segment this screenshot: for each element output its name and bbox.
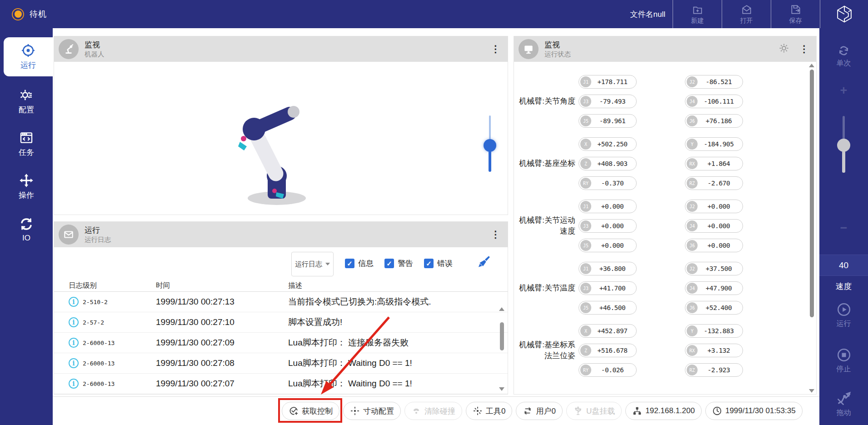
left-nav-rail: 运行 配置 任务 操作 IO [0, 28, 53, 425]
speed-slider-track[interactable] [843, 116, 845, 140]
checkbox-checked-icon: ✓ [384, 259, 394, 268]
robot-3d-view[interactable] [54, 62, 508, 215]
status-group-joint-temp: 机械臂:关节温度 J1+36.800 J2+37.500 J3+41.700 J… [514, 262, 808, 315]
acquire-control-icon [289, 406, 299, 416]
sidebar-item-config[interactable]: 配置 [0, 80, 53, 123]
button-label: 1999/11/30 01:53:35 [725, 406, 796, 415]
scroll-up-icon[interactable] [809, 64, 814, 67]
kebab-menu-icon[interactable]: ⋮ [491, 229, 500, 240]
log-row[interactable]: i2-6000-13 1999/11/30 00:27:07 Lua脚本打印： … [54, 374, 508, 394]
cube-logo-icon [835, 5, 854, 24]
jog-config-button[interactable]: 寸动配置 [343, 402, 401, 420]
status-values-scroll-area[interactable]: 机械臂:关节角度 J1+178.711 J2-86.521 J3-79.493 … [514, 62, 808, 394]
status-group-base-coord: 机械臂:基座坐标 X+502.250 Y-184.905 Z+408.903 R… [514, 137, 808, 190]
run-status-panel: 监视 运行状态 ⋮ 机械臂:关节角度 J1+178.711 J2-86.521 … [514, 36, 817, 395]
button-label: 清除碰撞 [424, 406, 455, 416]
filter-warning-checkbox[interactable]: ✓ 警告 [384, 258, 413, 269]
panel-subtitle: 机器人 [85, 50, 105, 58]
filter-info-checkbox[interactable]: ✓ 信息 [345, 258, 374, 269]
run-button[interactable]: 运行 [819, 302, 868, 329]
value-pill: J6+0.000 [685, 239, 743, 252]
speed-label: 速度 [819, 281, 868, 292]
value-pill: J1+0.000 [579, 200, 637, 213]
scroll-down-icon[interactable] [499, 387, 504, 391]
speed-value: 40 [819, 255, 868, 276]
scrollbar-thumb[interactable] [500, 322, 504, 350]
log-row[interactable]: i2-57-2 1999/11/30 00:27:10 脚本设置成功! [54, 312, 508, 333]
drag-teach-button[interactable]: 拖动 [819, 391, 868, 418]
kebab-menu-icon[interactable]: ⋮ [799, 44, 809, 55]
speed-increase-button[interactable]: + [819, 84, 868, 98]
value-pill: RX+3.132 [685, 344, 743, 357]
view-zoom-slider-thumb[interactable] [484, 139, 496, 152]
stop-button[interactable]: 停止 [819, 347, 868, 374]
view-zoom-slider-fill[interactable] [489, 151, 491, 172]
robot-arm-3d-render [209, 84, 336, 213]
value-pill: J4+47.900 [685, 281, 743, 295]
stop-circle-icon [836, 347, 852, 363]
view-zoom-slider-track[interactable] [489, 115, 491, 140]
tool-frame-button[interactable]: 工具0 [466, 402, 512, 420]
kebab-menu-icon[interactable]: ⋮ [491, 44, 500, 55]
log-type-dropdown[interactable]: 运行日志 [291, 252, 334, 276]
value-pill: J2-86.521 [685, 75, 743, 89]
log-row[interactable]: i2-6000-13 1999/11/30 00:27:08 Lua脚本打印： … [54, 353, 508, 374]
open-file-icon [741, 4, 753, 15]
single-cycle-button[interactable]: 单次 [819, 45, 868, 68]
new-file-label: 新建 [691, 17, 704, 25]
filter-label: 警告 [398, 258, 413, 269]
info-icon: i [69, 297, 79, 307]
sidebar-item-io[interactable]: IO [0, 208, 53, 251]
log-scrollbar[interactable] [499, 307, 505, 391]
task-code-icon [19, 130, 34, 145]
button-label: 寸动配置 [363, 406, 394, 416]
col-level: 日志级别 [69, 281, 156, 290]
ip-address-button[interactable]: 192.168.1.200 [625, 402, 702, 420]
play-circle-icon [836, 302, 852, 317]
save-file-button[interactable]: 保存 [771, 0, 820, 28]
log-filter-checkboxes: ✓ 信息 ✓ 警告 ✓ 错误 [345, 258, 453, 269]
value-pill: J1+36.800 [579, 262, 637, 275]
chevron-down-icon [325, 263, 330, 265]
status-group-joint-angle: 机械臂:关节角度 J1+178.711 J2-86.521 J3-79.493 … [514, 75, 808, 128]
open-file-button[interactable]: 打开 [722, 0, 771, 28]
info-icon: i [69, 338, 79, 348]
value-pill: J3+0.000 [579, 219, 637, 233]
datetime-button[interactable]: 1999/11/30 01:53:35 [705, 402, 803, 420]
new-file-button[interactable]: 新建 [673, 0, 722, 28]
sidebar-item-label: 配置 [19, 105, 34, 115]
scroll-down-icon[interactable] [809, 389, 814, 393]
jog-config-icon [350, 406, 360, 416]
acquire-control-button[interactable]: 获取控制 [282, 402, 339, 420]
user-frame-button[interactable]: 用户0 [516, 402, 562, 420]
log-row[interactable]: i2-510-2 1999/11/30 00:27:13 当前指令模式已切换为:… [54, 292, 508, 312]
run-log-panel: 运行 运行日志 ⋮ 运行日志 ✓ 信息 ✓ 警告 ✓ [54, 221, 508, 395]
log-row[interactable]: i2-6000-13 1999/11/30 00:27:09 Lua脚本打印： … [54, 333, 508, 353]
filter-label: 错误 [437, 258, 453, 269]
sidebar-item-label: IO [22, 234, 30, 243]
sidebar-item-task[interactable]: 任务 [0, 123, 53, 165]
log-table: 日志级别 时间 描述 i2-510-2 1999/11/30 00:27:13 … [54, 280, 508, 394]
broom-icon[interactable] [478, 255, 491, 268]
sidebar-item-run[interactable]: 运行 [4, 37, 53, 76]
status-scrollbar[interactable] [808, 64, 815, 393]
panel-subtitle: 运行日志 [85, 235, 111, 244]
clock-icon [712, 406, 722, 416]
checkbox-checked-icon: ✓ [345, 259, 354, 268]
scrollbar-thumb[interactable] [810, 70, 814, 317]
speed-slider-thumb[interactable] [837, 139, 850, 152]
robot-monitor-panel: 监视 机器人 ⋮ [54, 36, 508, 215]
scroll-up-icon[interactable] [499, 307, 504, 311]
right-control-rail: 单次 + − 40 速度 运行 停止 拖动 [819, 28, 868, 425]
clear-collision-icon [411, 406, 421, 416]
speed-decrease-button[interactable]: − [819, 221, 868, 235]
value-pill: RX+1.864 [685, 157, 743, 170]
filter-error-checkbox[interactable]: ✓ 错误 [424, 258, 453, 269]
settings-gear-icon[interactable] [778, 43, 789, 55]
value-pill: J2+37.500 [685, 262, 743, 275]
usb-mount-button[interactable]: U盘挂载 [566, 402, 622, 420]
sidebar-item-operate[interactable]: 操作 [0, 165, 53, 208]
run-target-icon [21, 43, 35, 58]
speed-slider-fill[interactable] [842, 151, 845, 173]
clear-collision-button[interactable]: 清除碰撞 [404, 402, 462, 420]
